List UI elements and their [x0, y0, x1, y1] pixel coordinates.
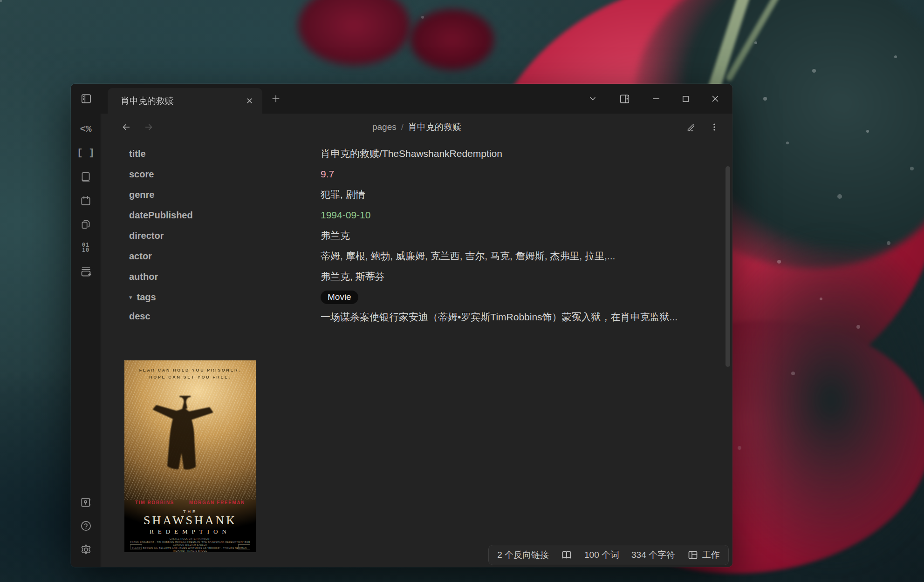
attr-key[interactable]: score	[129, 169, 321, 180]
breadcrumb-current[interactable]: 肖申克的救赎	[408, 121, 461, 133]
attr-key[interactable]: actor	[129, 251, 321, 262]
title-bar: 肖申克的救赎	[71, 84, 732, 114]
left-dock: <% [ ]	[71, 114, 101, 567]
toggle-left-dock-button[interactable]	[71, 84, 101, 114]
dock-item-notebook[interactable]	[71, 165, 101, 189]
attr-value[interactable]: 肖申克的救赎/TheShawshankRedemption	[321, 147, 502, 160]
poster-figure-silhouette	[146, 386, 234, 494]
poster-studio-logo	[130, 544, 142, 549]
attr-key[interactable]: ▾tags	[129, 292, 321, 303]
tag-pill-movie[interactable]: Movie	[321, 291, 358, 304]
attr-value[interactable]: 9.7	[321, 169, 334, 180]
poster-actor-names: TIM ROBBINS MORGAN FREEMAN	[124, 500, 256, 505]
dock-item-safe[interactable]	[71, 490, 101, 514]
breadcrumb-separator: /	[401, 122, 404, 132]
attr-key[interactable]: genre	[129, 189, 321, 200]
back-arrow-icon[interactable]	[121, 122, 131, 132]
close-icon	[711, 95, 719, 103]
attr-row-datepublished: datePublished 1994-09-10	[129, 205, 732, 225]
binary-icon: 01 10	[82, 243, 89, 253]
attr-key[interactable]: title	[129, 149, 321, 159]
sidebar-toggle-icon	[80, 93, 92, 105]
attr-value[interactable]: 一场谋杀案使银行家安迪（蒂姆•罗宾斯TimRobbins饰）蒙冤入狱，在肖申克监…	[321, 307, 678, 325]
attr-key[interactable]: desc	[129, 307, 321, 322]
attr-value[interactable]: 弗兰克	[321, 229, 350, 242]
maximize-icon	[682, 95, 690, 103]
maximize-button[interactable]	[682, 95, 690, 103]
attr-row-actor: actor 蒂姆, 摩根, 鲍勃, 威廉姆, 克兰西, 吉尔, 马克, 詹姆斯,…	[129, 246, 732, 266]
breadcrumb: pages / 肖申克的救赎	[372, 121, 461, 133]
calendar-icon	[80, 195, 92, 207]
new-tab-button[interactable]	[262, 84, 289, 114]
collapse-triangle-icon[interactable]: ▾	[129, 294, 132, 301]
tab-list-dropdown-button[interactable]	[588, 94, 597, 103]
attr-key[interactable]: director	[129, 230, 321, 241]
minimize-button[interactable]	[652, 95, 660, 103]
vertical-scrollbar-thumb[interactable]	[726, 166, 730, 367]
app-window: 肖申克的救赎	[71, 84, 732, 567]
attr-value[interactable]: 犯罪, 剧情	[321, 188, 365, 201]
attr-value[interactable]: 蒂姆, 摩根, 鲍勃, 威廉姆, 克兰西, 吉尔, 马克, 詹姆斯, 杰弗里, …	[321, 250, 615, 263]
gear-icon	[80, 543, 92, 556]
attr-value[interactable]: 1994-09-10	[321, 210, 370, 221]
tab-close-icon[interactable]	[246, 97, 253, 104]
attr-row-genre: genre 犯罪, 剧情	[129, 184, 732, 205]
card-add-icon	[80, 265, 92, 278]
doc-header: pages / 肖申克的救赎	[101, 114, 732, 141]
attr-row-desc: desc 一场谋杀案使银行家安迪（蒂姆•罗宾斯TimRobbins饰）蒙冤入狱，…	[129, 307, 732, 345]
editor-area: pages / 肖申克的救赎	[101, 114, 732, 567]
brackets-icon: [ ]	[77, 148, 95, 158]
dock-item-widgets[interactable]: [ ]	[71, 141, 101, 165]
chevron-down-icon	[588, 94, 597, 103]
notebook-icon	[80, 171, 92, 183]
poster-title-sub: REDEMPTION	[124, 528, 256, 535]
dock-item-template[interactable]: <%	[71, 117, 101, 141]
tab-title: 肖申克的救赎	[121, 95, 246, 107]
close-window-button[interactable]	[711, 95, 719, 103]
attr-row-score: score 9.7	[129, 164, 732, 184]
dock-item-help[interactable]	[71, 514, 101, 538]
attribute-table: title 肖申克的救赎/TheShawshankRedemption scor…	[129, 143, 732, 345]
dock-item-calendar[interactable]	[71, 189, 101, 212]
attr-value[interactable]: 弗兰克, 斯蒂芬	[321, 270, 385, 283]
more-kebab-icon[interactable]	[710, 123, 719, 131]
right-panel-icon	[619, 93, 630, 105]
minimize-icon	[652, 95, 660, 103]
dock-item-settings[interactable]	[71, 538, 101, 562]
poster-credits: CASTLE ROCK ENTERTAINMENT FRANK DARABONT…	[129, 537, 251, 552]
attr-key[interactable]: datePublished	[129, 210, 321, 221]
attr-row-director: director 弗兰克	[129, 225, 732, 246]
workspace-name: 工作	[702, 549, 720, 561]
dock-item-add-card[interactable]	[71, 260, 101, 284]
tab-shawshank[interactable]: 肖申克的救赎	[108, 88, 262, 114]
dock-item-binary[interactable]: 01 10	[71, 236, 101, 260]
nav-arrows	[121, 122, 154, 132]
attr-row-tags: ▾tags Movie	[129, 287, 732, 307]
attr-row-title: title 肖申克的救赎/TheShawshankRedemption	[129, 143, 732, 164]
word-count: 100 个词	[584, 549, 619, 561]
poster-tagline: FEAR CAN HOLD YOU PRISONER. HOPE CAN SET…	[124, 367, 256, 381]
backlinks-count[interactable]: 2 个反向链接	[497, 549, 549, 561]
poster-title-main: SHAWSHANK	[124, 514, 256, 528]
workspace-switcher[interactable]: 工作	[687, 549, 720, 561]
movie-poster[interactable]: FEAR CAN HOLD YOU PRISONER. HOPE CAN SET…	[124, 360, 256, 552]
attr-key[interactable]: author	[129, 271, 321, 282]
dock-item-copy[interactable]	[71, 212, 101, 236]
template-icon: <%	[80, 124, 91, 135]
edit-pencil-icon[interactable]	[686, 122, 696, 132]
safe-icon	[80, 496, 92, 508]
toggle-right-dock-button[interactable]	[619, 93, 630, 105]
status-bar: 2 个反向链接 100 个词 334 个字符	[488, 545, 729, 565]
window-controls	[588, 84, 732, 114]
copy-pages-icon	[80, 218, 92, 230]
help-icon	[80, 520, 92, 532]
book-icon	[561, 549, 572, 561]
breadcrumb-parent[interactable]: pages	[372, 122, 397, 132]
attr-row-author: author 弗兰克, 斯蒂芬	[129, 266, 732, 287]
forward-arrow-icon[interactable]	[144, 122, 154, 132]
dock-bottom-group	[71, 490, 101, 567]
poster-rating-logo	[238, 544, 250, 549]
workspace-icon	[687, 549, 698, 561]
char-count: 334 个字符	[631, 549, 675, 561]
plus-icon	[271, 94, 281, 104]
